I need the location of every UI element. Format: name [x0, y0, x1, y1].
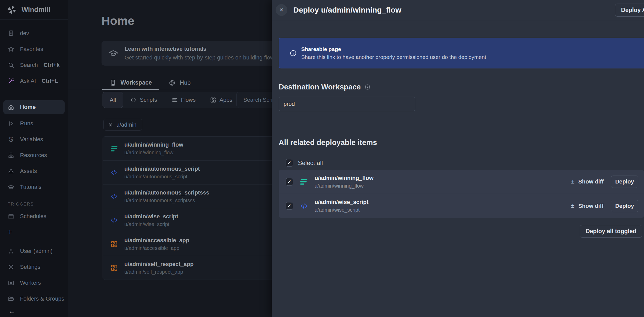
sidebar: Windmill dev Favorites Search Ctrl+k	[0, 0, 68, 317]
owner-chip-label: u/admin	[116, 121, 136, 128]
show-diff-button[interactable]: Show diff	[571, 203, 603, 209]
deployable-item-row: u/admin/winning_flow u/admin/winning_flo…	[279, 170, 644, 194]
item-path: u/admin/accessible_app	[124, 245, 189, 251]
brand-logo[interactable]: Windmill	[0, 0, 68, 20]
filter-label: Apps	[219, 97, 232, 103]
sidebar-item-variables[interactable]: $ Variables	[0, 131, 68, 147]
sidebar-item-search[interactable]: Search Ctrl+k	[0, 57, 68, 73]
owner-filter-chip[interactable]: u/admin	[103, 119, 142, 131]
item-path: u/admin/self_respect_app	[124, 269, 194, 275]
sidebar-item-schedules[interactable]: Schedules	[0, 208, 68, 224]
add-trigger-button[interactable]	[0, 224, 68, 239]
building-icon	[8, 30, 14, 37]
play-icon	[8, 120, 14, 127]
item-name: u/admin/wise_script	[315, 199, 571, 206]
graduation-cap-icon	[8, 184, 14, 190]
sidebar-item-assets[interactable]: Assets	[0, 163, 68, 179]
deploy-all-toggled-button[interactable]: Deploy all toggled	[580, 225, 642, 238]
item-checkbox[interactable]	[286, 178, 293, 186]
app-icon	[110, 240, 118, 248]
sidebar-item-home[interactable]: Home	[3, 100, 65, 114]
filter-apps[interactable]: Apps	[203, 92, 239, 108]
script-icon	[300, 202, 308, 210]
building-icon	[109, 79, 116, 86]
deploy-item-button[interactable]: Deploy	[611, 176, 638, 188]
filter-flows[interactable]: Flows	[164, 92, 203, 108]
sidebar-item-label: Folders & Groups	[20, 295, 64, 302]
diff-icon	[571, 178, 574, 185]
tab-label: Hub	[180, 79, 190, 86]
item-name: u/admin/winning_flow	[315, 175, 571, 181]
shortcut-hint: Ctrl+k	[44, 62, 60, 68]
sidebar-item-label: Home	[20, 104, 36, 110]
arrow-left-icon	[8, 308, 15, 314]
sidebar-item-label: Runs	[20, 120, 33, 127]
banner-body: Share this link to have another properly…	[301, 54, 486, 60]
close-drawer-button[interactable]	[276, 4, 287, 16]
sidebar-item-folders-groups[interactable]: Folders & Groups	[0, 291, 68, 307]
item-name: u/admin/autonomous_script	[124, 166, 200, 172]
deploy-toggled-row: Deploy all toggled	[279, 225, 644, 238]
sidebar-triggers-nav: Schedules	[0, 208, 68, 239]
item-name: u/admin/winning_flow	[124, 141, 183, 148]
windmill-logo-icon	[7, 5, 17, 15]
home-icon	[8, 104, 14, 110]
item-path: u/admin/wise_script	[124, 221, 178, 227]
item-path: u/admin/winning_flow	[124, 150, 183, 156]
filter-all[interactable]: All	[103, 92, 123, 108]
select-all-checkbox[interactable]	[286, 159, 293, 167]
item-path: u/admin/winning_flow	[315, 183, 571, 189]
deployable-items-card: u/admin/winning_flow u/admin/winning_flo…	[279, 170, 644, 218]
sidebar-item-settings[interactable]: Settings	[0, 259, 68, 275]
filter-label: Scripts	[140, 97, 157, 103]
tab-workspace[interactable]: Workspace	[102, 76, 159, 90]
sidebar-item-label: Assets	[20, 168, 37, 175]
filter-scripts[interactable]: Scripts	[123, 92, 164, 108]
item-checkbox[interactable]	[286, 202, 293, 210]
wand-icon	[8, 78, 14, 84]
sidebar-item-user[interactable]: User (admin)	[0, 243, 68, 259]
sidebar-item-label: Workers	[20, 280, 41, 286]
script-icon	[110, 193, 118, 200]
sidebar-item-label: Search	[20, 62, 38, 68]
deploy-drawer: Deploy u/admin/winning_flow Deploy All S…	[272, 0, 644, 317]
flow-icon	[172, 97, 178, 103]
sidebar-item-favorites[interactable]: Favorites	[0, 41, 68, 57]
item-name: u/admin/accessible_app	[124, 237, 189, 244]
sidebar-item-label: Favorites	[20, 46, 43, 53]
deploy-item-button[interactable]: Deploy	[611, 200, 638, 212]
section-heading: Destination Workspace	[279, 83, 361, 91]
workers-icon	[8, 280, 14, 286]
sidebar-item-resources[interactable]: Resources	[0, 147, 68, 163]
sidebar-item-ask-ai[interactable]: Ask AI Ctrl+L	[0, 73, 68, 89]
folder-icon	[8, 295, 14, 302]
collapse-sidebar-button[interactable]	[0, 307, 68, 315]
sidebar-item-label: Variables	[20, 136, 43, 143]
code-icon	[130, 97, 136, 103]
banner-title: Shareable page	[301, 46, 486, 52]
star-icon	[8, 46, 14, 53]
deploy-all-button[interactable]: Deploy All	[615, 4, 644, 17]
filter-label: Flows	[181, 97, 196, 103]
layout-grid-icon	[210, 97, 216, 103]
sidebar-item-workers[interactable]: Workers	[0, 275, 68, 291]
sidebar-item-workspace-dev[interactable]: dev	[0, 25, 68, 41]
show-diff-button[interactable]: Show diff	[571, 178, 603, 185]
sidebar-item-label: User (admin)	[20, 248, 53, 254]
item-name: u/admin/autonomous_scriptsss	[124, 189, 209, 196]
info-icon	[365, 84, 370, 90]
tab-label: Workspace	[120, 79, 152, 86]
page-title: Home	[102, 14, 134, 28]
destination-workspace-input[interactable]	[279, 97, 415, 111]
select-all-label: Select all	[298, 159, 323, 167]
user-icon	[8, 248, 14, 254]
drawer-title: Deploy u/admin/winning_flow	[293, 6, 401, 14]
gear-icon	[8, 264, 14, 270]
sidebar-item-runs[interactable]: Runs	[0, 116, 68, 131]
destination-workspace-section: Destination Workspace	[279, 83, 644, 91]
tab-hub[interactable]: Hub	[162, 76, 198, 90]
sidebar-item-tutorials[interactable]: Tutorials	[0, 179, 68, 195]
item-path: u/admin/wise_script	[315, 207, 571, 213]
pyramid-icon	[8, 168, 14, 175]
item-name: u/admin/self_respect_app	[124, 261, 194, 268]
